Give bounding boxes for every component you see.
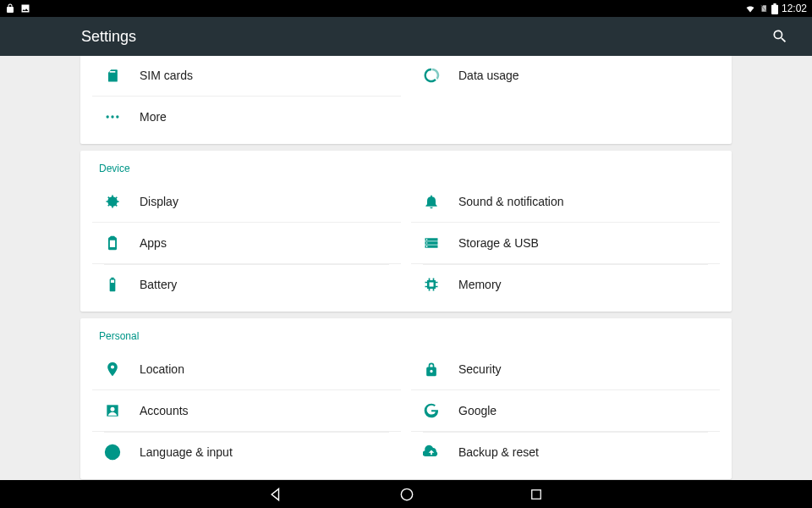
search-button[interactable] (765, 21, 795, 52)
home-icon (398, 486, 415, 503)
item-label: Location (140, 362, 184, 376)
svg-point-9 (426, 239, 428, 240)
svg-rect-8 (111, 280, 114, 283)
battery-status-icon (771, 3, 778, 14)
more-icon (104, 108, 140, 125)
section-device: Device Display Apps (80, 151, 732, 312)
storage-icon (423, 235, 458, 251)
item-label: Apps (140, 236, 167, 250)
settings-item-apps[interactable]: Apps (92, 222, 401, 263)
item-label: Security (458, 362, 502, 376)
item-label: Sound & notification (458, 195, 564, 208)
language-icon (104, 444, 140, 461)
item-label: Memory (458, 278, 502, 291)
settings-item-battery[interactable]: Battery (92, 263, 401, 305)
nav-home-button[interactable] (388, 481, 425, 508)
settings-item-display[interactable]: Display (92, 181, 401, 222)
settings-item-language[interactable]: Language & input (92, 431, 401, 472)
section-wireless: SIM cards More Data usage (80, 56, 732, 144)
accounts-icon (104, 402, 140, 419)
svg-point-10 (426, 242, 428, 244)
svg-point-13 (111, 407, 115, 411)
picture-icon (20, 3, 30, 14)
sound-icon (423, 193, 458, 210)
memory-icon (423, 276, 458, 293)
item-label: Storage & USB (458, 236, 539, 250)
settings-content[interactable]: SIM cards More Data usage (0, 56, 812, 480)
section-personal: Personal Location Accounts (80, 318, 732, 479)
back-icon (268, 486, 285, 503)
item-label: Data usage (458, 69, 519, 82)
item-label: Battery (140, 278, 177, 291)
location-icon (104, 361, 140, 378)
item-label: More (140, 110, 167, 124)
svg-rect-17 (532, 489, 541, 499)
backup-icon (423, 444, 458, 461)
status-bar: 12:02 (0, 0, 812, 17)
clock: 12:02 (782, 3, 807, 14)
svg-point-2 (111, 115, 113, 118)
svg-point-11 (426, 246, 428, 247)
wifi-icon (744, 3, 756, 14)
page-title: Settings (81, 28, 136, 46)
settings-item-sim-cards[interactable]: SIM cards (92, 56, 401, 96)
settings-item-security[interactable]: Security (411, 349, 720, 389)
google-icon (423, 402, 458, 419)
item-label: Google (458, 404, 497, 417)
data-usage-icon (423, 67, 458, 84)
svg-rect-12 (430, 283, 434, 287)
section-header-device: Device (80, 151, 732, 181)
svg-point-1 (107, 115, 109, 118)
settings-item-backup[interactable]: Backup & reset (411, 431, 720, 472)
settings-item-google[interactable]: Google (411, 389, 720, 431)
settings-item-data-usage[interactable]: Data usage (411, 56, 720, 96)
display-icon (104, 193, 140, 210)
sim-icon (104, 67, 140, 84)
nav-recent-button[interactable] (518, 482, 554, 507)
item-label: SIM cards (140, 69, 193, 82)
settings-item-more[interactable]: More (92, 96, 401, 137)
navigation-bar (0, 480, 812, 508)
lock-icon (5, 3, 15, 14)
svg-rect-0 (110, 71, 116, 73)
settings-item-storage[interactable]: Storage & USB (411, 222, 720, 263)
settings-item-location[interactable]: Location (92, 349, 401, 389)
item-label: Language & input (140, 445, 233, 459)
settings-item-memory[interactable]: Memory (411, 263, 720, 305)
search-icon (771, 28, 788, 45)
battery-icon (104, 276, 140, 293)
security-icon (423, 361, 458, 378)
no-sim-icon (760, 3, 768, 14)
recent-icon (529, 487, 544, 502)
item-label: Display (140, 195, 178, 208)
nav-back-button[interactable] (258, 481, 295, 508)
svg-point-3 (116, 115, 118, 118)
svg-point-16 (401, 489, 412, 500)
app-bar: Settings (0, 17, 812, 56)
section-header-personal: Personal (80, 318, 732, 349)
apps-icon (104, 235, 140, 251)
settings-item-accounts[interactable]: Accounts (92, 389, 401, 431)
settings-item-sound[interactable]: Sound & notification (411, 181, 720, 222)
item-label: Accounts (140, 404, 189, 417)
item-label: Backup & reset (458, 445, 539, 459)
